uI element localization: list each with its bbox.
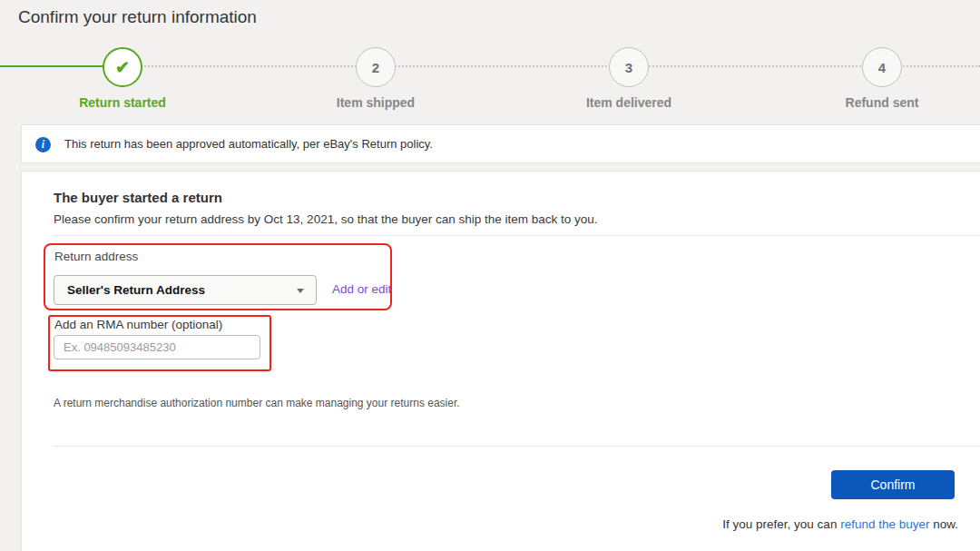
- return-address-label: Return address: [54, 250, 138, 263]
- return-address-selected-value: Seller's Return Address: [67, 276, 205, 304]
- return-address-select[interactable]: Seller's Return Address: [54, 275, 317, 305]
- info-icon: i: [35, 137, 51, 153]
- return-progress-stepper: ✔ Return started 2 Item shipped 3 Item d…: [0, 40, 980, 118]
- confirm-button[interactable]: Confirm: [831, 470, 955, 499]
- info-glyph: i: [42, 138, 44, 151]
- step-number: 3: [625, 60, 632, 75]
- stepper-step-return-started: ✔ Return started: [32, 40, 213, 110]
- stepper-step-item-shipped: 2 Item shipped: [285, 40, 466, 110]
- check-glyph: ✔: [115, 57, 130, 78]
- check-icon: ✔: [103, 47, 142, 87]
- stepper-step-item-delivered: 3 Item delivered: [538, 40, 720, 110]
- step-number: 2: [372, 60, 379, 75]
- refund-the-buyer-link[interactable]: refund the buyer: [840, 517, 929, 531]
- return-details-panel: The buyer started a return Please confir…: [21, 171, 980, 551]
- divider: [54, 235, 980, 236]
- step-label-return-started: Return started: [79, 95, 166, 110]
- rma-number-label: Add an RMA number (optional): [54, 318, 222, 331]
- chevron-down-icon: [297, 289, 304, 293]
- step-number-circle: 3: [609, 47, 649, 87]
- divider: [54, 446, 980, 447]
- page-title: Confirm your return information: [18, 7, 257, 27]
- step-label-item-shipped: Item shipped: [337, 95, 415, 110]
- info-banner-text: This return has been approved automatica…: [64, 125, 433, 163]
- step-number: 4: [878, 60, 886, 75]
- step-label-item-delivered: Item delivered: [586, 95, 671, 110]
- step-number-circle: 4: [862, 47, 902, 87]
- panel-heading: The buyer started a return: [54, 190, 222, 205]
- step-number-circle: 2: [356, 47, 396, 87]
- rma-number-input[interactable]: [54, 335, 260, 359]
- refund-footer-text: If you prefer, you can refund the buyer …: [592, 517, 958, 531]
- rma-help-text: A return merchandise authorization numbe…: [54, 397, 460, 409]
- stepper-step-refund-sent: 4 Refund sent: [791, 40, 973, 110]
- footer-prefix: If you prefer, you can: [722, 517, 840, 531]
- panel-subheading: Please confirm your return address by Oc…: [54, 212, 598, 226]
- footer-suffix: now.: [929, 517, 958, 531]
- info-banner: i This return has been approved automati…: [21, 124, 980, 163]
- step-label-refund-sent: Refund sent: [846, 95, 919, 110]
- add-or-edit-link[interactable]: Add or edit: [332, 282, 391, 296]
